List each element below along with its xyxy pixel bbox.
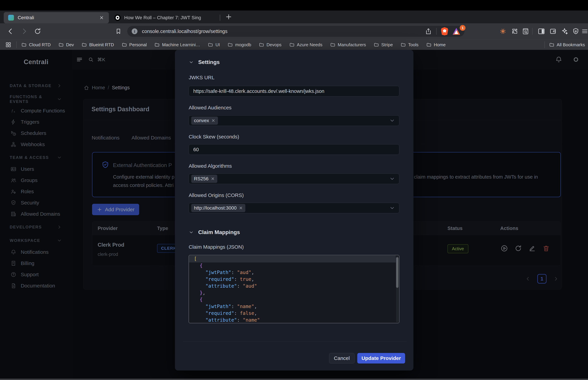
site-info-icon[interactable]: i (132, 28, 137, 34)
sidebar-item-support[interactable]: Support (0, 269, 72, 280)
bookmark-blueinit-rtd[interactable]: Blueinit RTD (82, 42, 114, 47)
new-tab-button[interactable] (225, 13, 232, 20)
rewards-triangle-icon[interactable] (453, 28, 460, 35)
sidebar-section-workspace[interactable]: WORKSPACE (0, 234, 72, 247)
tab-how-we-roll[interactable]: How We Roll – Chapter 7: JWT Sing (114, 12, 213, 23)
bookmarks-bar: Cloud RTDDevBlueinit RTDPersonalMachine … (0, 39, 588, 50)
extensions-puzzle-icon[interactable] (511, 28, 518, 35)
tab-notifications[interactable]: Notifications (92, 135, 119, 141)
sidebar-item-notifications[interactable]: Notifications (0, 247, 72, 258)
share-icon[interactable] (425, 28, 432, 35)
prev-page-icon[interactable] (525, 276, 531, 282)
sidebar-item-roles[interactable]: Roles (0, 186, 72, 197)
refresh-provider-icon[interactable] (514, 245, 522, 252)
bookmark-stripe[interactable]: Stripe (374, 42, 393, 47)
browser-menu-icon[interactable] (581, 28, 588, 35)
bookmark-manufacturers[interactable]: Manufacturers (330, 42, 366, 47)
bookmark-dev[interactable]: Dev (58, 42, 74, 47)
bookmark-cloud-rtd[interactable]: Cloud RTD (21, 42, 51, 47)
claim-mappings-editor[interactable]: [ { "jwtPath": "aud", "required": true, … (189, 255, 399, 323)
edit-provider-icon[interactable] (529, 245, 536, 252)
bookmark-personal[interactable]: Personal (122, 42, 147, 47)
back-icon[interactable] (6, 27, 15, 35)
tab-close-icon[interactable] (99, 15, 104, 20)
avatar[interactable] (574, 57, 578, 62)
vpn-shield-icon[interactable] (572, 28, 580, 35)
apps-grid-icon[interactable] (5, 41, 12, 48)
sidebar-toggle-icon[interactable] (538, 28, 545, 35)
sidebar-item-triggers[interactable]: Triggers (0, 116, 72, 128)
folder-icon (58, 42, 64, 47)
search-shortcut[interactable]: ⌘K (97, 57, 105, 62)
allowed-origins-select[interactable]: http://localhost:3000 ✕ (189, 203, 399, 213)
breadcrumb-home[interactable]: Home (92, 85, 105, 91)
folder-icon (374, 42, 379, 47)
sidebar-item-groups[interactable]: Groups (0, 175, 72, 186)
sidebar-item-documentation[interactable]: Documentation (0, 280, 72, 291)
bookmark-machine-learnini[interactable]: Machine Learnini… (154, 42, 200, 47)
next-page-icon[interactable] (553, 276, 559, 282)
url-text[interactable]: console.centrali.localhost/grow/settings (142, 29, 425, 34)
remove-chip-icon[interactable]: ✕ (239, 206, 243, 211)
claim-mappings-section-header[interactable]: Claim Mappings (189, 229, 240, 235)
clock-skew-input[interactable]: 60 (189, 144, 399, 155)
reload-icon[interactable] (34, 27, 41, 35)
remove-chip-icon[interactable]: ✕ (211, 118, 215, 123)
bookmark-home[interactable]: Home (426, 42, 446, 47)
leo-ai-sparkle-icon[interactable] (561, 28, 568, 35)
search-icon[interactable] (88, 57, 94, 62)
editor-scrollbar[interactable] (396, 256, 398, 322)
jwks-url-input[interactable]: https://safe-krill-48.clerk.accounts.dev… (189, 86, 399, 96)
sidebar-menu-icon[interactable] (76, 56, 83, 63)
remove-chip-icon[interactable]: ✕ (211, 176, 215, 182)
settings-section-header[interactable]: Settings (189, 59, 220, 65)
folder-icon (154, 42, 160, 47)
bookmark-tools[interactable]: Tools (401, 42, 418, 47)
code-line: { (194, 296, 260, 303)
code-line: [ (194, 255, 260, 262)
wallet-icon[interactable] (549, 28, 557, 35)
code-line: }, (194, 289, 260, 296)
bookmark-icon[interactable] (115, 28, 122, 35)
tab-allowed-domains[interactable]: Allowed Domains (132, 135, 171, 141)
tab-centrali[interactable]: Centrali (4, 12, 109, 23)
allowed-audiences-select[interactable]: convex ✕ (189, 115, 399, 126)
scrollbar-thumb[interactable] (396, 257, 398, 288)
notifications-bell-icon[interactable] (555, 56, 562, 63)
extension-starburst-icon[interactable] (499, 28, 507, 35)
sidebar-item-allowed-domains[interactable]: Allowed Domains (0, 208, 72, 220)
home-icon[interactable] (84, 85, 89, 91)
sidebar-section-developers[interactable]: DEVELOPERS (0, 221, 72, 233)
page-number[interactable]: 1 (537, 274, 547, 284)
tab-separator (220, 15, 220, 21)
search-tabs-icon[interactable] (522, 28, 529, 35)
toolbar-separator (436, 28, 436, 35)
sidebar-section-functions-events[interactable]: FUNCTIONS & EVENTS (0, 93, 72, 105)
tab-title: Centrali (18, 15, 95, 20)
cancel-button[interactable]: Cancel (329, 353, 355, 363)
sidebar-section-data-storage[interactable]: DATA & STORAGE (0, 80, 72, 92)
bookmark-devops[interactable]: Devops (259, 42, 281, 47)
sidebar-section-team-access[interactable]: TEAM & ACCESS (0, 152, 72, 163)
update-provider-button[interactable]: Update Provider (357, 353, 405, 363)
add-provider-button[interactable]: Add Provider (92, 204, 139, 215)
test-provider-icon[interactable] (501, 245, 508, 252)
sidebar-item-compute-functions[interactable]: Compute Functions (0, 105, 72, 116)
url-bar[interactable]: i console.centrali.localhost/grow/settin… (127, 26, 464, 37)
all-bookmarks[interactable]: All Bookmarks (549, 42, 585, 47)
sidebar-item-users[interactable]: Users (0, 163, 72, 175)
delete-provider-icon[interactable] (542, 245, 550, 252)
sidebar-item-security[interactable]: Security (0, 197, 72, 208)
sidebar-item-schedulers[interactable]: Schedulers (0, 128, 72, 139)
brave-shield-icon[interactable] (441, 27, 448, 35)
browser-toolbar: i console.centrali.localhost/grow/settin… (0, 23, 588, 39)
json-code: [ { "jwtPath": "aud", "required": true, … (194, 255, 260, 323)
bookmark-mogodb[interactable]: mogodb (228, 42, 251, 47)
sidebar-item-webhooks[interactable]: Webhooks (0, 139, 72, 150)
forward-icon[interactable] (20, 27, 28, 35)
bookmark-azure-needs[interactable]: Azure Needs (289, 42, 322, 47)
code-line: "jwtPath": "name", (194, 303, 260, 310)
allowed-algorithms-select[interactable]: RS256 ✕ (189, 173, 399, 184)
sidebar-item-billing[interactable]: Billing (0, 258, 72, 269)
bookmark-ui[interactable]: UI (208, 42, 220, 47)
